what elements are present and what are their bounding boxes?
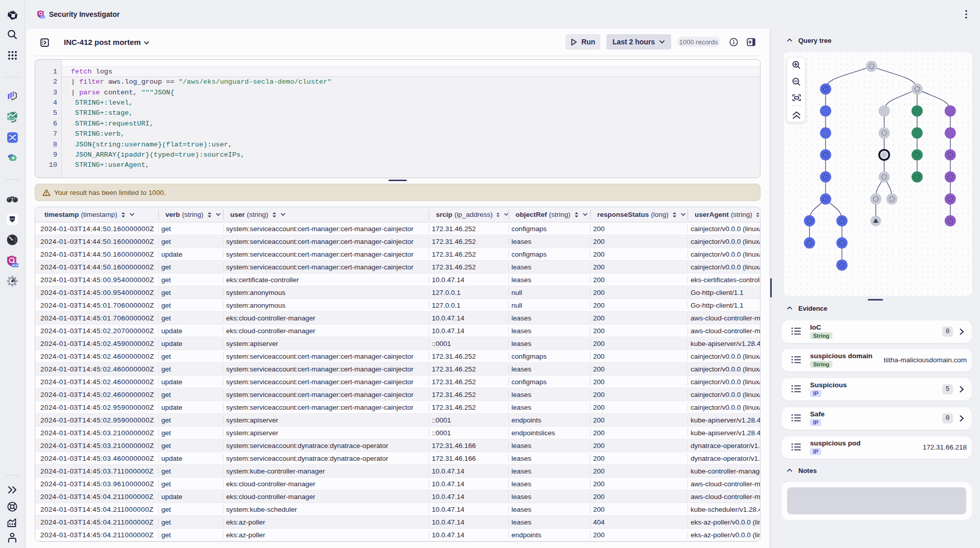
svg-text:NEW: NEW — [40, 16, 45, 18]
svg-text:NEW: NEW — [12, 264, 18, 267]
